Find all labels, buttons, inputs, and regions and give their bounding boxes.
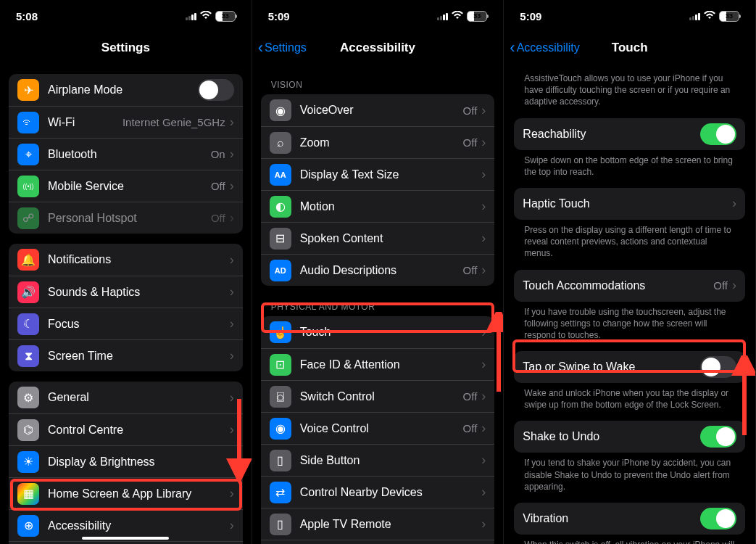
row-tap-swipe-wake[interactable]: Tap or Swipe to Wake (514, 351, 745, 383)
sun-icon: ☀ (17, 451, 39, 473)
screen-settings: 5:08 33 Settings ✈︎Airplane ModeᯤWi-FiIn… (0, 0, 252, 544)
chevron-right-icon: › (481, 421, 486, 436)
row-personal-hotspot[interactable]: ☍Personal HotspotOff› (9, 202, 243, 234)
back-button[interactable]: ‹ Settings (258, 32, 307, 64)
chevron-right-icon: › (732, 278, 736, 293)
row-label: Face ID & Attention (300, 358, 482, 371)
back-label: Accessibility (517, 41, 580, 54)
chevron-right-icon: › (230, 486, 234, 501)
battery-icon: 33 (215, 11, 236, 22)
chevron-right-icon: › (230, 252, 234, 268)
row-general[interactable]: ⚙General› (9, 382, 243, 413)
row-face-id-attention[interactable]: ⊡Face ID & Attention› (261, 348, 495, 380)
home-indicator[interactable] (82, 537, 169, 540)
accommodations-footer: If you have trouble using the touchscree… (514, 302, 745, 342)
chevron-right-icon: › (481, 357, 486, 372)
row-label: Focus (48, 318, 230, 331)
row-label: Personal Hotspot (48, 212, 211, 225)
row-wallpaper[interactable]: ❀Wallpaper› (9, 541, 243, 544)
chevron-right-icon: › (481, 135, 486, 150)
row-sounds-haptics[interactable]: 🔊Sounds & Haptics› (9, 276, 243, 308)
row-spoken-content[interactable]: ⊟Spoken Content› (261, 222, 495, 254)
row-motion[interactable]: ◐Motion› (261, 190, 495, 222)
row-home-screen-app-library[interactable]: ▦Home Screen & App Library› (9, 477, 243, 509)
sidebutton-icon: ▯ (270, 450, 291, 471)
spoken-icon: ⊟ (270, 228, 291, 250)
chevron-right-icon: › (230, 178, 234, 194)
row-display-text-size[interactable]: AADisplay & Text Size› (261, 158, 495, 190)
row-label: Reachability (523, 128, 700, 141)
status-bar: 5:08 33 (0, 0, 252, 32)
row-label: Touch (300, 326, 482, 339)
touch-icon: ☝ (270, 321, 291, 343)
antenna-icon: ((•)) (17, 176, 39, 197)
row-label: VoiceOver (300, 104, 463, 117)
toggle-reachability[interactable] (700, 123, 736, 145)
row-side-button[interactable]: ▯Side Button› (261, 444, 495, 476)
chevron-right-icon: › (481, 453, 486, 468)
row-value: Off (463, 422, 478, 434)
row-keyboards[interactable]: ⌨Keyboards› (261, 540, 495, 544)
row-notifications[interactable]: 🔔Notifications› (9, 244, 243, 276)
row-bluetooth[interactable]: ⌖BluetoothOn› (9, 138, 243, 170)
status-bar: 5:09 33 (504, 0, 755, 32)
wifi-icon (200, 10, 212, 22)
chevron-right-icon: › (481, 325, 486, 340)
battery-icon: 33 (467, 11, 487, 22)
row-display-brightness[interactable]: ☀Display & Brightness› (9, 445, 243, 477)
row-label: Control Nearby Devices (300, 486, 482, 499)
row-value: Off (463, 104, 478, 117)
section-header-physical: PHYSICAL AND MOTOR (261, 286, 495, 316)
row-switch-control[interactable]: ⌼Switch ControlOff› (261, 380, 495, 412)
toggle[interactable] (198, 79, 234, 101)
row-voice-control[interactable]: ◉Voice ControlOff› (261, 412, 495, 444)
row-label: Spoken Content (300, 232, 482, 245)
assistivetouch-footer: AssistiveTouch allows you to use your iP… (514, 64, 745, 108)
back-button[interactable]: ‹ Accessibility (510, 32, 579, 64)
row-zoom[interactable]: ⌕ZoomOff› (261, 126, 495, 158)
row-screen-time[interactable]: ⧗Screen Time› (9, 339, 243, 371)
remote-icon: ▯ (270, 514, 291, 535)
row-touch-accommodations[interactable]: Touch Accommodations Off › (514, 270, 745, 302)
row-value: Off (463, 264, 478, 276)
speaker-icon: 🔊 (17, 281, 39, 303)
chevron-right-icon: › (732, 196, 736, 211)
toggle-tap-swipe-wake[interactable] (700, 356, 736, 378)
row-reachability[interactable]: Reachability (514, 118, 745, 150)
row-value: Off (211, 180, 225, 192)
row-airplane-mode[interactable]: ✈︎Airplane Mode (9, 74, 243, 106)
wifi-icon (452, 10, 463, 22)
faceid-icon: ⊡ (270, 354, 291, 376)
status-indicators: 33 (689, 10, 739, 22)
row-voiceover[interactable]: ◉VoiceOverOff› (261, 94, 495, 126)
row-vibration[interactable]: Vibration (514, 503, 745, 535)
row-wi-fi[interactable]: ᯤWi-FiInternet Genie_5GHz› (9, 106, 243, 138)
row-touch[interactable]: ☝Touch› (261, 316, 495, 348)
screen-accessibility: 5:09 33 ‹ Settings Accessibility VISION … (252, 0, 504, 544)
row-label: Apple TV Remote (300, 518, 482, 531)
row-audio-descriptions[interactable]: ADAudio DescriptionsOff› (261, 254, 495, 286)
row-label: Voice Control (300, 422, 463, 435)
chevron-right-icon: › (230, 454, 234, 469)
status-indicators: 33 (437, 10, 487, 22)
row-label: Screen Time (48, 350, 230, 363)
page-title: Accessibility (340, 41, 415, 55)
toggle-vibration[interactable] (700, 508, 736, 529)
row-label: Tap or Swipe to Wake (523, 360, 700, 374)
row-label: Display & Brightness (48, 456, 230, 469)
row-focus[interactable]: ☾Focus› (9, 308, 243, 339)
chevron-right-icon: › (230, 518, 234, 533)
row-haptic-touch[interactable]: Haptic Touch › (514, 188, 745, 220)
row-apple-tv-remote[interactable]: ▯Apple TV Remote› (261, 508, 495, 540)
toggle-shake-undo[interactable] (700, 426, 736, 448)
chevron-right-icon: › (481, 231, 486, 246)
row-label: Sounds & Haptics (48, 286, 230, 299)
voicecontrol-icon: ◉ (270, 418, 291, 440)
row-mobile-service[interactable]: ((•))Mobile ServiceOff› (9, 170, 243, 202)
chevron-right-icon: › (230, 147, 234, 162)
row-label: Audio Descriptions (300, 264, 463, 277)
row-label: General (48, 391, 230, 404)
row-control-centre[interactable]: ⌬Control Centre› (9, 413, 243, 445)
row-shake-undo[interactable]: Shake to Undo (514, 421, 745, 453)
row-control-nearby-devices[interactable]: ⇄Control Nearby Devices› (261, 476, 495, 508)
